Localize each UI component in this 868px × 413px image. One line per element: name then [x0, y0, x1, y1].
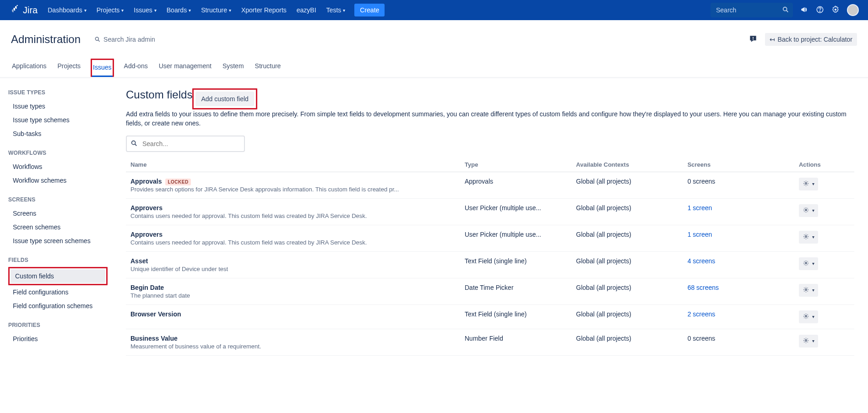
search-icon [94, 36, 101, 43]
field-type: User Picker (multiple use... [460, 198, 571, 225]
sidebar-item-issue-type-schemes[interactable]: Issue type schemes [8, 113, 108, 127]
admin-search[interactable]: Search Jira admin [94, 36, 155, 43]
nav-xporter-reports[interactable]: Xporter Reports [237, 0, 291, 20]
highlight-add-button: Add custom field [192, 88, 257, 109]
tab-add-ons[interactable]: Add-ons [123, 59, 149, 77]
sidebar-item-screens[interactable]: Screens [8, 206, 108, 220]
add-custom-field-button[interactable]: Add custom field [195, 92, 254, 106]
nav-eazybi[interactable]: eazyBI [292, 0, 321, 20]
row-actions-button[interactable]: ▾ [799, 178, 818, 190]
field-screens[interactable]: 2 screens [683, 304, 794, 329]
help-icon[interactable] [816, 5, 824, 15]
sidebar-item-issue-types[interactable]: Issue types [8, 99, 108, 113]
chevron-down-icon: ▾ [229, 8, 231, 13]
svg-point-17 [805, 339, 807, 341]
field-screens[interactable]: 4 screens [683, 251, 794, 278]
svg-line-10 [135, 144, 137, 146]
field-type: Date Time Picker [460, 278, 571, 304]
sidebar-item-screen-schemes[interactable]: Screen schemes [8, 220, 108, 234]
sidebar-section: WORKFLOWS [8, 150, 108, 156]
admin-title: Administration [11, 33, 81, 46]
gear-icon[interactable] [831, 5, 840, 15]
gear-icon [803, 180, 809, 188]
tab-issues[interactable]: Issues [92, 60, 112, 77]
avatar[interactable] [847, 4, 859, 16]
field-screens: 0 screens [683, 329, 794, 355]
create-button[interactable]: Create [354, 4, 385, 16]
nav-issues[interactable]: Issues▾ [129, 0, 161, 20]
field-screens[interactable]: 1 screen [683, 198, 794, 225]
sidebar-item-issue-type-screen-schemes[interactable]: Issue type screen schemes [8, 234, 108, 248]
svg-point-16 [805, 315, 807, 317]
sidebar-item-workflow-schemes[interactable]: Workflow schemes [8, 174, 108, 187]
field-sub: The planned start date [130, 292, 456, 299]
chevron-down-icon: ▾ [812, 261, 814, 266]
field-name: Approvers [130, 231, 163, 238]
back-to-project-button[interactable]: ↤ Back to project: Calculator [765, 33, 857, 46]
field-sub: Provides search options for JIRA Service… [130, 186, 456, 193]
row-actions-button[interactable]: ▾ [799, 335, 818, 348]
row-actions-button[interactable]: ▾ [799, 231, 818, 244]
chevron-down-icon: ▾ [121, 8, 124, 13]
col-actions: Actions [794, 158, 854, 172]
svg-rect-7 [753, 37, 754, 38]
field-name: Begin Date [130, 284, 164, 291]
nav-dashboards[interactable]: Dashboards▾ [43, 0, 91, 20]
row-actions-button[interactable]: ▾ [799, 284, 818, 297]
jira-logo[interactable]: Jira [10, 5, 38, 16]
gear-icon [803, 337, 809, 345]
svg-line-6 [98, 40, 100, 41]
topbar-search [711, 3, 793, 17]
table-row: AssetUnique identifier of Device under t… [126, 251, 854, 278]
megaphone-icon[interactable] [800, 5, 808, 15]
highlight-sidebar-item: Custom fields [8, 267, 108, 285]
tab-structure[interactable]: Structure [254, 59, 282, 77]
field-context: Global (all projects) [571, 198, 683, 225]
svg-line-1 [787, 11, 788, 12]
tab-applications[interactable]: Applications [11, 59, 48, 77]
feedback-icon[interactable] [749, 34, 758, 45]
field-sub: Unique identifier of Device under test [130, 266, 456, 272]
row-actions-button[interactable]: ▾ [799, 204, 818, 217]
field-screens[interactable]: 68 screens [683, 278, 794, 304]
svg-point-14 [805, 262, 807, 264]
field-context: Global (all projects) [571, 278, 683, 304]
table-search-input[interactable] [126, 136, 245, 152]
tab-user-management[interactable]: User management [158, 59, 212, 77]
tab-projects[interactable]: Projects [57, 59, 82, 77]
svg-point-13 [805, 235, 807, 237]
chevron-down-icon: ▾ [154, 8, 157, 13]
admin-search-label: Search Jira admin [103, 36, 155, 43]
nav-structure[interactable]: Structure▾ [196, 0, 236, 20]
sidebar-item-custom-fields[interactable]: Custom fields [11, 269, 105, 283]
field-name: Approvers [130, 204, 163, 212]
table-search [126, 136, 245, 152]
table-row: Browser VersionText Field (single line)G… [126, 304, 854, 329]
gear-icon [803, 313, 809, 321]
field-sub: Measurement of business value of a requi… [130, 343, 456, 350]
sidebar-section: SCREENS [8, 196, 108, 203]
table-row: Business ValueMeasurement of business va… [126, 329, 854, 355]
nav-boards[interactable]: Boards▾ [162, 0, 195, 20]
topbar-search-input[interactable] [711, 3, 793, 17]
tab-system[interactable]: System [222, 59, 245, 77]
sidebar-item-field-configurations[interactable]: Field configurations [8, 285, 108, 299]
chevron-down-icon: ▾ [812, 338, 814, 343]
field-context: Global (all projects) [571, 304, 683, 329]
nav-projects[interactable]: Projects▾ [92, 0, 129, 20]
chevron-down-icon: ▾ [84, 8, 87, 13]
field-name: Browser Version [130, 310, 181, 318]
sidebar-item-workflows[interactable]: Workflows [8, 160, 108, 174]
sidebar-item-field-configuration-schemes[interactable]: Field configuration schemes [8, 299, 108, 313]
table-row: ApproversContains users needed for appro… [126, 198, 854, 225]
sidebar-section: ISSUE TYPES [8, 89, 108, 96]
svg-point-15 [805, 288, 807, 290]
sidebar-item-sub-tasks[interactable]: Sub-tasks [8, 127, 108, 141]
chevron-down-icon: ▾ [812, 234, 814, 239]
field-screens[interactable]: 1 screen [683, 225, 794, 251]
sidebar-item-priorities[interactable]: Priorities [8, 332, 108, 346]
svg-rect-8 [753, 39, 754, 40]
nav-tests[interactable]: Tests▾ [322, 0, 350, 20]
row-actions-button[interactable]: ▾ [799, 310, 818, 323]
row-actions-button[interactable]: ▾ [799, 257, 818, 270]
